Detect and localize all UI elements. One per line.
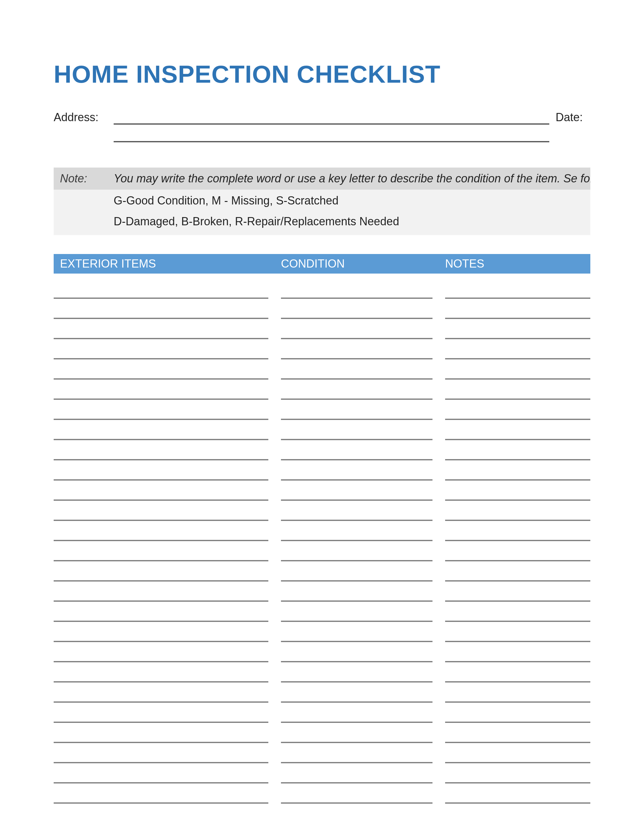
table-header: EXTERIOR ITEMS CONDITION NOTES <box>54 254 590 273</box>
condition-cell[interactable] <box>281 488 433 501</box>
condition-cell[interactable] <box>281 407 433 420</box>
notes-cell[interactable] <box>445 306 590 319</box>
item-cell[interactable] <box>54 549 268 561</box>
item-cell[interactable] <box>54 367 268 380</box>
col-header-condition: CONDITION <box>281 257 445 270</box>
notes-cell[interactable] <box>445 347 590 359</box>
item-cell[interactable] <box>54 306 268 319</box>
item-cell[interactable] <box>54 730 268 743</box>
notes-cell[interactable] <box>445 650 590 662</box>
condition-cell[interactable] <box>281 670 433 682</box>
condition-cell[interactable] <box>281 609 433 622</box>
notes-cell[interactable] <box>445 549 590 561</box>
condition-cell[interactable] <box>281 508 433 521</box>
date-label: Date: <box>555 111 590 124</box>
item-cell[interactable] <box>54 448 268 460</box>
notes-cell[interactable] <box>445 569 590 582</box>
notes-cell[interactable] <box>445 326 590 339</box>
notes-cell[interactable] <box>445 407 590 420</box>
page-title: HOME INSPECTION CHECKLIST <box>54 60 590 88</box>
note-row-description: Note: You may write the complete word or… <box>54 167 590 190</box>
notes-cell[interactable] <box>445 690 590 703</box>
notes-cell[interactable] <box>445 609 590 622</box>
notes-cell[interactable] <box>445 670 590 682</box>
item-cell[interactable] <box>54 791 268 804</box>
condition-cell[interactable] <box>281 347 433 359</box>
condition-cell[interactable] <box>281 428 433 440</box>
item-cell[interactable] <box>54 569 268 582</box>
notes-cell[interactable] <box>445 428 590 440</box>
notes-cell[interactable] <box>445 387 590 400</box>
notes-cell[interactable] <box>445 468 590 481</box>
notes-cell[interactable] <box>445 488 590 501</box>
item-cell[interactable] <box>54 771 268 783</box>
notes-cell[interactable] <box>445 367 590 380</box>
item-cell[interactable] <box>54 407 268 420</box>
item-cell[interactable] <box>54 347 268 359</box>
notes-cell[interactable] <box>445 589 590 602</box>
condition-cell[interactable] <box>281 629 433 642</box>
table-row <box>54 690 590 703</box>
notes-cell[interactable] <box>445 710 590 723</box>
condition-cell[interactable] <box>281 549 433 561</box>
item-cell[interactable] <box>54 326 268 339</box>
item-cell[interactable] <box>54 629 268 642</box>
condition-cell[interactable] <box>281 448 433 460</box>
condition-cell[interactable] <box>281 589 433 602</box>
table-row <box>54 549 590 561</box>
notes-cell[interactable] <box>445 771 590 783</box>
item-cell[interactable] <box>54 488 268 501</box>
table-row <box>54 326 590 339</box>
notes-cell[interactable] <box>445 791 590 804</box>
item-cell[interactable] <box>54 529 268 541</box>
table-row <box>54 670 590 682</box>
condition-cell[interactable] <box>281 791 433 804</box>
item-cell[interactable] <box>54 690 268 703</box>
condition-cell[interactable] <box>281 690 433 703</box>
table-row <box>54 730 590 743</box>
item-cell[interactable] <box>54 428 268 440</box>
item-cell[interactable] <box>54 286 268 299</box>
condition-cell[interactable] <box>281 326 433 339</box>
item-cell[interactable] <box>54 751 268 763</box>
notes-cell[interactable] <box>445 448 590 460</box>
condition-cell[interactable] <box>281 387 433 400</box>
notes-cell[interactable] <box>445 629 590 642</box>
condition-cell[interactable] <box>281 286 433 299</box>
condition-cell[interactable] <box>281 710 433 723</box>
notes-cell[interactable] <box>445 529 590 541</box>
notes-cell[interactable] <box>445 730 590 743</box>
condition-cell[interactable] <box>281 468 433 481</box>
table-row <box>54 387 590 400</box>
condition-cell[interactable] <box>281 751 433 763</box>
condition-cell[interactable] <box>281 650 433 662</box>
item-cell[interactable] <box>54 670 268 682</box>
table-row <box>54 286 590 299</box>
condition-cell[interactable] <box>281 367 433 380</box>
table-row <box>54 751 590 763</box>
item-cell[interactable] <box>54 508 268 521</box>
condition-cell[interactable] <box>281 306 433 319</box>
condition-cell[interactable] <box>281 730 433 743</box>
notes-cell[interactable] <box>445 286 590 299</box>
table-row <box>54 488 590 501</box>
item-cell[interactable] <box>54 650 268 662</box>
table-row <box>54 407 590 420</box>
item-cell[interactable] <box>54 387 268 400</box>
address-line-2[interactable] <box>114 129 549 142</box>
item-cell[interactable] <box>54 609 268 622</box>
address-row-2 <box>54 129 590 142</box>
item-cell[interactable] <box>54 710 268 723</box>
notes-cell[interactable] <box>445 508 590 521</box>
note-legend-2: D-Damaged, B-Broken, R-Repair/Replacemen… <box>54 212 590 235</box>
condition-cell[interactable] <box>281 771 433 783</box>
item-cell[interactable] <box>54 468 268 481</box>
condition-cell[interactable] <box>281 569 433 582</box>
address-line-1[interactable] <box>114 111 549 125</box>
indent <box>54 129 114 142</box>
notes-cell[interactable] <box>445 751 590 763</box>
table-row <box>54 650 590 662</box>
table-row <box>54 428 590 440</box>
item-cell[interactable] <box>54 589 268 602</box>
condition-cell[interactable] <box>281 529 433 541</box>
